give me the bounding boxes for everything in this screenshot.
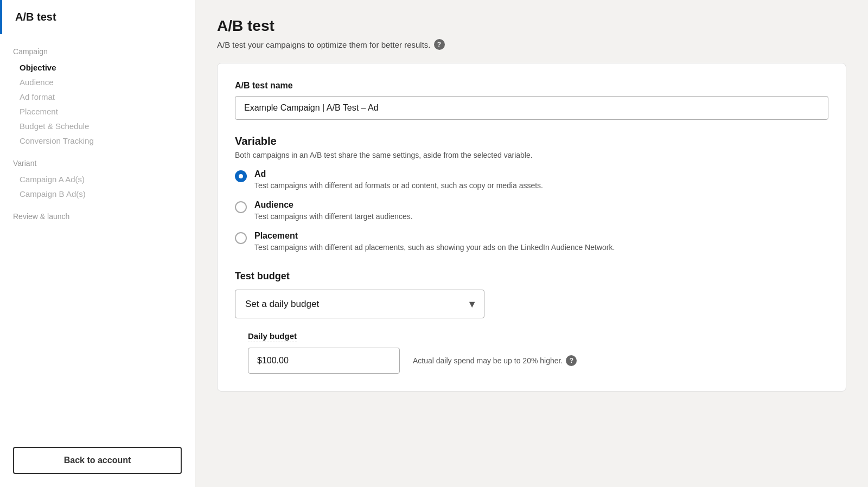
radio-desc-placement: Test campaigns with different ad placeme… <box>254 242 615 253</box>
sidebar-item-budget-schedule[interactable]: Budget & Schedule <box>13 119 182 133</box>
test-name-label: A/B test name <box>235 81 828 91</box>
budget-select[interactable]: Set a daily budget Set a lifetime budget <box>235 290 484 318</box>
subtitle-help-icon[interactable]: ? <box>434 39 445 50</box>
campaign-section-label: Campaign <box>13 47 182 56</box>
sidebar-item-audience[interactable]: Audience <box>13 75 182 89</box>
daily-budget-section: Daily budget Actual daily spend may be u… <box>248 331 828 374</box>
page-title: A/B test <box>217 17 846 35</box>
budget-field-group: Test budget Set a daily budget Set a lif… <box>235 271 828 374</box>
back-to-account-button[interactable]: Back to account <box>13 447 182 474</box>
form-card: A/B test name Variable Both campaigns in… <box>217 63 846 392</box>
campaign-section: Campaign Objective Audience Ad format Pl… <box>13 47 182 148</box>
sidebar-item-campaign-a-ads[interactable]: Campaign A Ad(s) <box>13 172 182 187</box>
radio-item-ad[interactable]: Ad Test campaigns with different ad form… <box>235 169 828 191</box>
main-content: A/B test A/B test your campaigns to opti… <box>195 0 868 487</box>
variable-section-desc: Both campaigns in an A/B test share the … <box>235 151 828 159</box>
radio-label-audience: Audience <box>254 200 413 210</box>
variable-radio-group: Ad Test campaigns with different ad form… <box>235 169 828 253</box>
sidebar-item-placement[interactable]: Placement <box>13 104 182 119</box>
radio-desc-ad: Test campaigns with different ad formats… <box>254 180 543 191</box>
radio-desc-audience: Test campaigns with different target aud… <box>254 211 413 222</box>
budget-section-label: Test budget <box>235 271 828 282</box>
review-section-label: Review & launch <box>13 212 182 221</box>
page-subtitle: A/B test your campaigns to optimize them… <box>217 39 846 50</box>
test-name-input[interactable] <box>235 96 828 120</box>
variant-section: Variant Campaign A Ad(s) Campaign B Ad(s… <box>13 159 182 201</box>
radio-content-placement: Placement Test campaigns with different … <box>254 231 615 253</box>
page-subtitle-text: A/B test your campaigns to optimize them… <box>217 40 431 49</box>
daily-budget-label: Daily budget <box>248 331 297 342</box>
daily-budget-input[interactable] <box>248 348 400 374</box>
spend-note: Actual daily spend may be up to 20% high… <box>413 355 577 366</box>
variant-section-label: Variant <box>13 159 182 168</box>
sidebar-item-objective[interactable]: Objective <box>13 60 182 75</box>
radio-content-ad: Ad Test campaigns with different ad form… <box>254 169 543 191</box>
sidebar: A/B test Campaign Objective Audience Ad … <box>0 0 195 487</box>
radio-label-placement: Placement <box>254 231 615 241</box>
spend-help-icon[interactable]: ? <box>566 355 577 366</box>
sidebar-item-ad-format[interactable]: Ad format <box>13 89 182 104</box>
sidebar-title: A/B test <box>15 11 56 23</box>
budget-select-wrapper: Set a daily budget Set a lifetime budget… <box>235 290 484 318</box>
review-section: Review & launch <box>13 212 182 221</box>
radio-label-ad: Ad <box>254 169 543 179</box>
radio-item-placement[interactable]: Placement Test campaigns with different … <box>235 231 828 253</box>
radio-content-audience: Audience Test campaigns with different t… <box>254 200 413 222</box>
test-name-field-group: A/B test name <box>235 81 828 120</box>
sidebar-item-campaign-b-ads[interactable]: Campaign B Ad(s) <box>13 187 182 201</box>
sidebar-bottom: Back to account <box>0 434 195 487</box>
sidebar-item-conversion-tracking[interactable]: Conversion Tracking <box>13 133 182 148</box>
radio-item-audience[interactable]: Audience Test campaigns with different t… <box>235 200 828 222</box>
radio-button-audience[interactable] <box>235 201 247 213</box>
daily-budget-row: Actual daily spend may be up to 20% high… <box>248 348 828 374</box>
variable-section-title: Variable <box>235 135 828 148</box>
spend-note-text: Actual daily spend may be up to 20% high… <box>413 356 563 365</box>
radio-button-ad[interactable] <box>235 170 247 182</box>
radio-button-placement[interactable] <box>235 232 247 244</box>
sidebar-title-bar: A/B test <box>0 0 195 34</box>
sidebar-nav: Campaign Objective Audience Ad format Pl… <box>0 34 195 434</box>
